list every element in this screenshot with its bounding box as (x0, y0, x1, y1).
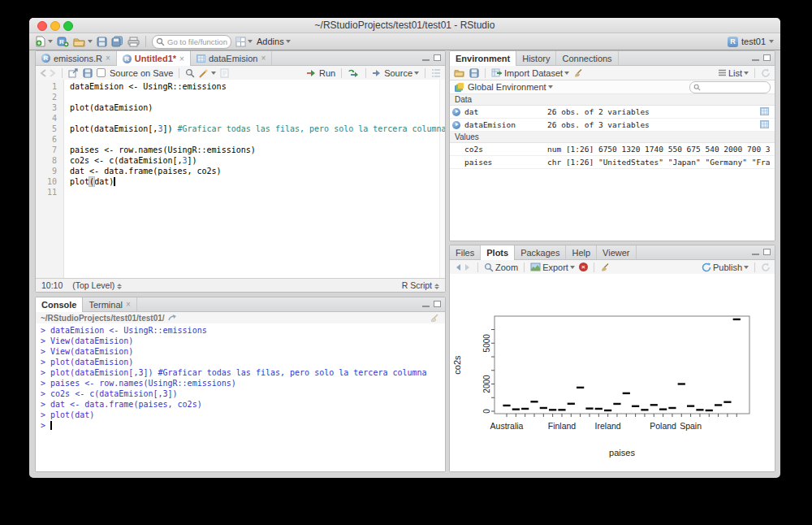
code-line[interactable]: 5plot(dataEmision[,3]) #Graficar todas l… (36, 124, 445, 134)
expand-icon[interactable] (452, 108, 460, 116)
code-line[interactable]: 2 (36, 92, 445, 102)
pane-layout-icon (235, 37, 246, 47)
code-line[interactable]: 1dataEmision <- UsingR::emissions (36, 81, 445, 92)
open-file-button[interactable] (73, 37, 93, 47)
minimize-pane-icon[interactable] (422, 54, 430, 61)
addins-button[interactable]: Addins (257, 37, 291, 46)
object-row-co2s[interactable]: co2s num [1:26] 6750 1320 1740 550 675 5… (450, 143, 775, 156)
code-editor[interactable]: 1dataEmision <- UsingR::emissions23plot(… (36, 80, 445, 278)
load-workspace-icon[interactable] (454, 68, 465, 77)
close-icon[interactable]: × (126, 300, 131, 309)
object-row-dataemision[interactable]: dataEmision 26 obs. of 3 variables (450, 119, 775, 132)
import-dataset-button[interactable]: Import Dataset (491, 68, 569, 78)
environment-scope-selector[interactable]: Global Environment (468, 82, 553, 92)
save-workspace-icon[interactable] (469, 68, 479, 78)
previous-plot-icon[interactable] (454, 263, 472, 271)
save-icon[interactable] (83, 68, 93, 78)
maximize-pane-icon[interactable] (763, 249, 771, 255)
tab-console[interactable]: Console (36, 297, 83, 312)
print-button[interactable] (127, 37, 140, 47)
compile-report-icon[interactable] (220, 68, 229, 78)
console-line: > plot(dataEmision) (41, 357, 445, 367)
publish-caret-icon (744, 266, 749, 269)
list-view-button[interactable]: List (718, 68, 749, 78)
scope-indicator[interactable]: (Top Level) (72, 280, 122, 290)
tab-dataemision[interactable]: dataEmision × (191, 51, 272, 65)
view-data-icon[interactable] (760, 120, 769, 128)
goto-file-input[interactable] (166, 36, 231, 48)
code-line[interactable]: 4 (36, 113, 445, 124)
maximize-pane-icon[interactable] (434, 54, 441, 61)
export-plot-button[interactable]: Export (530, 262, 575, 272)
source-button[interactable]: Source (372, 68, 419, 78)
pane-layout-button[interactable] (235, 37, 253, 47)
tab-packages[interactable]: Packages (515, 245, 566, 259)
view-data-icon[interactable] (760, 107, 769, 115)
refresh-icon[interactable] (761, 68, 771, 78)
back-forward-icons[interactable] (40, 69, 56, 77)
environment-search-input[interactable] (703, 82, 763, 92)
clear-console-icon[interactable] (430, 314, 440, 323)
scope-caret-icon (548, 85, 553, 89)
code-line[interactable]: 7paises <- row.names(UsingR::emissions) (36, 145, 445, 155)
tab-emissions-r[interactable]: R emissions.R × (36, 51, 117, 65)
project-menu-button[interactable]: R test01 (728, 37, 774, 47)
code-tools-button[interactable] (199, 68, 216, 78)
zoom-plot-button[interactable]: Zoom (484, 262, 518, 272)
new-file-button[interactable] (36, 36, 53, 47)
code-line[interactable]: 6 (36, 134, 445, 145)
clear-objects-icon[interactable] (573, 68, 584, 78)
minimize-pane-icon[interactable] (752, 54, 759, 61)
run-button[interactable]: Run (306, 68, 335, 78)
code-line[interactable]: 9dat <- data.frame(paises, co2s) (36, 166, 445, 176)
code-line[interactable]: 8co2s <- c(dataEmision[,3]) (36, 155, 445, 166)
object-row-dat[interactable]: dat 26 obs. of 2 variables (450, 106, 775, 119)
close-icon[interactable]: × (261, 54, 266, 63)
tab-viewer[interactable]: Viewer (597, 245, 636, 259)
remove-plot-icon[interactable]: × (579, 262, 588, 271)
data-dash (595, 408, 603, 410)
data-dash (549, 409, 556, 410)
environment-tabbar: Environment History Connections (450, 51, 775, 66)
tab-help[interactable]: Help (566, 245, 597, 259)
goto-icon (156, 37, 165, 46)
tab-terminal[interactable]: Terminal × (83, 297, 136, 311)
tab-label: Files (456, 248, 474, 258)
new-project-button[interactable]: R (57, 36, 69, 47)
source-on-save-checkbox[interactable] (97, 68, 106, 77)
code-line[interactable]: 10plot(dat) (36, 176, 445, 187)
maximize-pane-icon[interactable] (434, 301, 441, 307)
save-button[interactable] (97, 37, 107, 47)
outline-icon[interactable] (431, 69, 441, 77)
tab-connections[interactable]: Connections (556, 51, 618, 65)
tab-environment[interactable]: Environment (450, 51, 516, 66)
console-output[interactable]: > dataEmision <- UsingR::emissions> View… (36, 323, 445, 471)
tab-untitled1[interactable]: R Untitled1* × (117, 51, 191, 66)
console-prompt[interactable]: > (41, 420, 445, 431)
clear-plots-icon[interactable] (600, 262, 611, 272)
new-file-icon (36, 36, 46, 47)
tab-files[interactable]: Files (450, 245, 481, 259)
maximize-pane-icon[interactable] (763, 54, 771, 61)
publish-button[interactable]: Publish (702, 262, 749, 272)
tab-history[interactable]: History (516, 51, 556, 65)
rerun-icon[interactable] (348, 69, 360, 77)
close-icon[interactable]: × (106, 54, 110, 63)
code-line[interactable]: 3plot(dataEmision) (36, 102, 445, 113)
code-line[interactable]: 11 (36, 187, 445, 197)
find-icon[interactable] (185, 68, 195, 78)
tab-label: Terminal (89, 300, 123, 310)
object-row-paises[interactable]: paises chr [1:26] "UnitedStates" "Japan"… (450, 156, 775, 169)
plot-area: 020005000AustraliaFinlandIrelandPolandSp… (450, 274, 775, 471)
goto-directory-icon[interactable] (168, 314, 177, 322)
minimize-pane-icon[interactable] (422, 301, 430, 307)
tab-plots[interactable]: Plots (481, 245, 515, 260)
minimize-pane-icon[interactable] (752, 249, 759, 255)
expand-icon[interactable] (452, 121, 460, 129)
refresh-plot-icon[interactable] (761, 262, 771, 272)
save-all-button[interactable] (111, 36, 123, 47)
popout-icon[interactable] (68, 68, 79, 78)
doc-type-selector[interactable]: R Script (402, 280, 439, 290)
data-dash (678, 383, 685, 384)
close-icon[interactable]: × (179, 54, 184, 63)
